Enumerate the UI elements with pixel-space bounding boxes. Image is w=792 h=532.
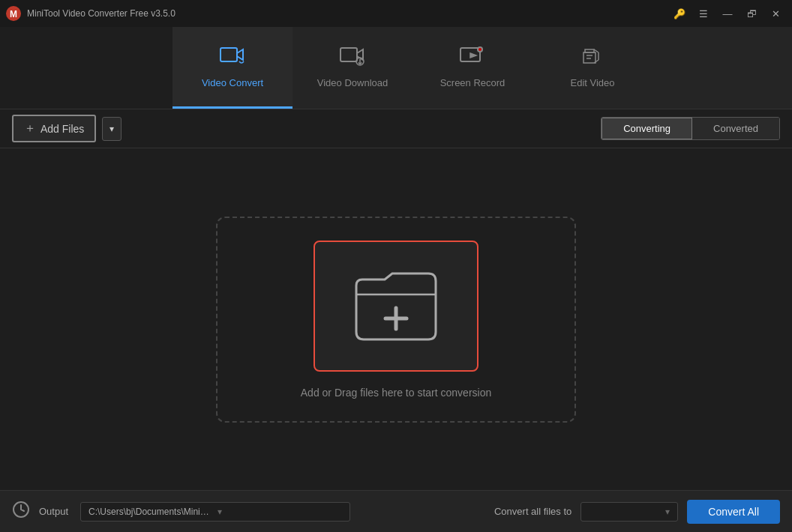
app-title: MiniTool Video Converter Free v3.5.0 [27, 8, 176, 19]
edit-video-icon [579, 45, 606, 71]
menu-button[interactable]: ☰ [693, 5, 714, 22]
drop-zone-inner[interactable] [314, 241, 478, 372]
drop-zone-text: Add or Drag files here to start conversi… [301, 387, 491, 399]
convert-all-chevron-icon: ▾ [665, 507, 670, 517]
close-button[interactable]: ✕ [765, 5, 786, 22]
tab-screen-record-label: Screen Record [440, 77, 506, 88]
tab-edit-video[interactable]: Edit Video [532, 27, 652, 109]
svg-point-7 [478, 48, 482, 51]
svg-rect-2 [220, 48, 237, 61]
tab-video-convert-label: Video Convert [202, 77, 263, 88]
add-files-label: Add Files [40, 123, 84, 135]
tab-edit-video-label: Edit Video [570, 77, 614, 88]
tab-screen-record[interactable]: Screen Record [412, 27, 532, 109]
add-files-dropdown-button[interactable]: ▾ [102, 117, 122, 141]
main-content: Add or Drag files here to start conversi… [0, 148, 792, 490]
app-logo-icon: M [6, 6, 21, 21]
key-button[interactable]: 🔑 [669, 5, 690, 22]
screen-record-icon [459, 45, 486, 71]
drop-zone-outer: Add or Drag files here to start conversi… [216, 217, 576, 423]
tab-switcher: Converting Converted [601, 117, 780, 140]
folder-plus-icon [347, 257, 445, 354]
title-bar-controls: 🔑 ☰ — 🗗 ✕ [669, 5, 786, 22]
restore-button[interactable]: 🗗 [741, 5, 762, 22]
title-bar: M MiniTool Video Converter Free v3.5.0 🔑… [0, 0, 792, 27]
converted-tab-button[interactable]: Converted [692, 118, 779, 139]
tab-video-convert[interactable]: Video Convert [172, 27, 292, 109]
convert-all-button[interactable]: Convert All [687, 500, 780, 524]
svg-text:M: M [10, 9, 17, 19]
sidebar-logo [0, 27, 172, 109]
title-bar-left: M MiniTool Video Converter Free v3.5.0 [6, 6, 176, 21]
video-convert-icon [219, 45, 246, 71]
minimize-button[interactable]: — [717, 5, 738, 22]
tab-video-download-label: Video Download [317, 77, 388, 88]
output-label: Output [39, 506, 68, 517]
convert-all-label: Convert all files to [494, 506, 572, 517]
add-files-plus-icon: ＋ [24, 121, 36, 136]
status-bar: Output C:\Users\bj\Documents\MiniTool Vi… [0, 490, 792, 532]
svg-rect-3 [340, 48, 357, 61]
output-path-chevron-icon: ▾ [218, 507, 342, 517]
tab-video-download[interactable]: Video Download [292, 27, 412, 109]
add-files-button[interactable]: ＋ Add Files [12, 115, 96, 142]
clock-icon [12, 501, 30, 523]
output-path-value: C:\Users\bj\Documents\MiniTool Video Con… [88, 507, 213, 517]
video-download-icon [339, 45, 366, 71]
nav-tabs: Video Convert Video Download Screen Reco… [0, 27, 792, 109]
output-path-selector[interactable]: C:\Users\bj\Documents\MiniTool Video Con… [80, 502, 350, 522]
toolbar: ＋ Add Files ▾ Converting Converted [0, 109, 792, 148]
convert-all-format-selector[interactable]: ▾ [580, 502, 678, 522]
converting-tab-button[interactable]: Converting [602, 118, 692, 139]
